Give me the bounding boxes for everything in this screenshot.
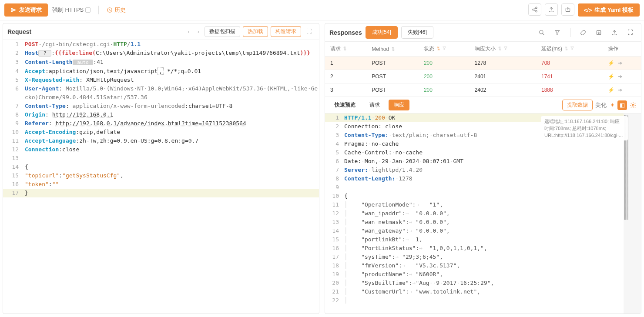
history-button[interactable]: 历史 bbox=[107, 6, 126, 14]
export-icon bbox=[611, 30, 617, 36]
request-editor[interactable]: 1POST·/cgi-bin/cstecgi.cgi·HTTP/1.12Host… bbox=[3, 40, 319, 314]
main-split: Request ‹ › 数据包扫描 热加载 构造请求 ⛶ 1POST·/cgi-… bbox=[0, 20, 644, 317]
send-icon bbox=[10, 7, 17, 13]
gear-icon bbox=[630, 102, 637, 109]
response-subtabs: 快速预览 请求 响应 提取数据 美化✦ ◧ bbox=[325, 97, 641, 113]
response-editor-wrap: 1HTTP/1.1·200·OK2Connection: close3Conte… bbox=[325, 113, 641, 314]
drug-button[interactable] bbox=[577, 27, 590, 39]
checkbox-icon bbox=[85, 7, 91, 13]
responses-title: Responses bbox=[329, 29, 362, 36]
force-https-toggle[interactable]: 强制 HTTPS bbox=[52, 6, 91, 14]
svg-point-5 bbox=[540, 30, 543, 33]
subtab-request[interactable]: 请求 bbox=[364, 100, 385, 110]
col-3[interactable]: 响应大小⇅ bbox=[470, 42, 536, 57]
responses-table-wrap: 请求⇅Method⇅状态⇅响应大小⇅延迟(ms)⇅操作 1POST2001278… bbox=[325, 42, 641, 97]
request-title: Request bbox=[7, 28, 31, 35]
pill-icon bbox=[580, 30, 586, 36]
save-button[interactable] bbox=[592, 27, 605, 39]
request-header-actions: ‹ › 数据包扫描 热加载 构造请求 ⛶ bbox=[185, 26, 315, 37]
responses-header: Responses 成功[54] 失败[46] ⛶ bbox=[325, 23, 641, 42]
table-row[interactable]: 2POST20024011741⚡➜ bbox=[325, 70, 641, 83]
response-code[interactable]: 1HTTP/1.1·200·OK2Connection: close3Conte… bbox=[325, 113, 624, 314]
bolt-icon[interactable]: ⚡ bbox=[608, 87, 614, 93]
request-code[interactable]: 1POST·/cgi-bin/cstecgi.cgi·HTTP/1.12Host… bbox=[3, 40, 319, 314]
expand-responses-button[interactable]: ⛶ bbox=[624, 27, 637, 39]
next-request-button[interactable]: › bbox=[195, 27, 202, 36]
gen-yaml-button[interactable]: </> 生成 Yaml 模板 bbox=[578, 3, 640, 17]
svg-rect-6 bbox=[580, 30, 586, 35]
response-editor[interactable]: 1HTTP/1.1·200·OK2Connection: close3Conte… bbox=[325, 113, 624, 314]
save-icon bbox=[596, 30, 602, 36]
topbar: 发送请求 强制 HTTPS 历史 </> 生成 Yaml 模板 bbox=[0, 0, 644, 20]
toggle-view-button[interactable]: ◧ bbox=[617, 100, 627, 110]
col-1[interactable]: Method⇅ bbox=[366, 42, 419, 57]
arrow-icon[interactable]: ➜ bbox=[618, 73, 622, 80]
divider bbox=[570, 28, 570, 37]
export-icon bbox=[548, 7, 554, 13]
table-row[interactable]: 3POST20024021888⚡➜ bbox=[325, 83, 641, 97]
minimap[interactable]: █▓▒░▒▓█▓▒░▒▓█▓▒░▒▓█▓▒░▒▓█▓▒░▒▓█▓▒░▒▓█▓▒░… bbox=[624, 113, 641, 314]
svg-point-3 bbox=[535, 10, 537, 12]
tab-fail[interactable]: 失败[46] bbox=[401, 26, 433, 39]
export2-button[interactable] bbox=[608, 27, 621, 39]
table-header-row: 请求⇅Method⇅状态⇅响应大小⇅延迟(ms)⇅操作 bbox=[325, 42, 641, 57]
topbar-actions: </> 生成 Yaml 模板 bbox=[528, 3, 640, 17]
responses-header-actions: ⛶ bbox=[535, 27, 637, 39]
arrow-icon[interactable]: ➜ bbox=[618, 60, 622, 66]
wand-icon: ✦ bbox=[610, 102, 615, 108]
svg-point-1 bbox=[535, 7, 537, 9]
prev-request-button[interactable]: ‹ bbox=[185, 27, 192, 36]
filter-button[interactable] bbox=[551, 27, 564, 39]
table-row[interactable]: 1POST2001278708⚡➜ bbox=[325, 57, 641, 70]
extract-data-button[interactable]: 提取数据 bbox=[562, 100, 593, 110]
filter-icon bbox=[554, 30, 560, 36]
divider bbox=[98, 6, 99, 14]
packet-scan-button[interactable]: 数据包扫描 bbox=[205, 26, 240, 37]
subtab-response[interactable]: 响应 bbox=[389, 100, 409, 110]
arrow-icon[interactable]: ➜ bbox=[618, 87, 622, 93]
expand-request-button[interactable]: ⛶ bbox=[304, 27, 315, 36]
share-button[interactable] bbox=[528, 3, 541, 16]
col-4[interactable]: 延迟(ms)⇅ bbox=[536, 42, 603, 57]
responses-pane: Responses 成功[54] 失败[46] ⛶ 请求⇅Method⇅状态⇅响… bbox=[325, 23, 641, 314]
svg-point-2 bbox=[532, 9, 534, 10]
send-request-button[interactable]: 发送请求 bbox=[4, 3, 48, 17]
settings-button[interactable] bbox=[630, 102, 637, 109]
force-https-label: 强制 HTTPS bbox=[52, 6, 84, 14]
subtab-actions: 提取数据 美化✦ ◧ bbox=[562, 100, 637, 110]
hot-load-button[interactable]: 热加载 bbox=[243, 26, 268, 37]
bolt-icon[interactable]: ⚡ bbox=[608, 60, 614, 66]
request-pane: Request ‹ › 数据包扫描 热加载 构造请求 ⛶ 1POST·/cgi-… bbox=[3, 23, 319, 314]
search-icon bbox=[539, 30, 545, 36]
col-2[interactable]: 状态⇅ bbox=[419, 42, 470, 57]
col-0[interactable]: 请求⇅ bbox=[325, 42, 366, 57]
svg-point-8 bbox=[632, 104, 634, 106]
beautify-label: 美化 bbox=[595, 101, 607, 109]
construct-request-button[interactable]: 构造请求 bbox=[271, 26, 301, 37]
search-button[interactable] bbox=[535, 27, 548, 39]
responses-table: 请求⇅Method⇅状态⇅响应大小⇅延迟(ms)⇅操作 1POST2001278… bbox=[325, 42, 641, 97]
share-icon bbox=[532, 7, 538, 13]
col-5[interactable]: 操作 bbox=[603, 42, 641, 57]
request-header: Request ‹ › 数据包扫描 热加载 构造请求 ⛶ bbox=[3, 23, 319, 40]
response-tooltip: 远端地址:118.167.166.241:80; 响应时间:708ms; 总耗时… bbox=[541, 116, 628, 140]
bolt-icon[interactable]: ⚡ bbox=[608, 73, 614, 80]
table-body: 1POST2001278708⚡➜2POST20024011741⚡➜3POST… bbox=[325, 57, 641, 97]
gen-yaml-label: 生成 Yaml 模板 bbox=[594, 6, 634, 14]
send-label: 发送请求 bbox=[19, 6, 42, 14]
export-button[interactable] bbox=[545, 3, 558, 16]
tab-success[interactable]: 成功[54] bbox=[366, 26, 398, 39]
popup-icon bbox=[565, 7, 571, 13]
history-icon bbox=[107, 7, 113, 13]
history-label: 历史 bbox=[114, 6, 126, 14]
popup-button[interactable] bbox=[561, 3, 574, 16]
subtab-quickview[interactable]: 快速预览 bbox=[329, 100, 361, 110]
beautify-button[interactable]: 美化✦ bbox=[595, 101, 615, 109]
code-icon: </> bbox=[584, 7, 592, 13]
